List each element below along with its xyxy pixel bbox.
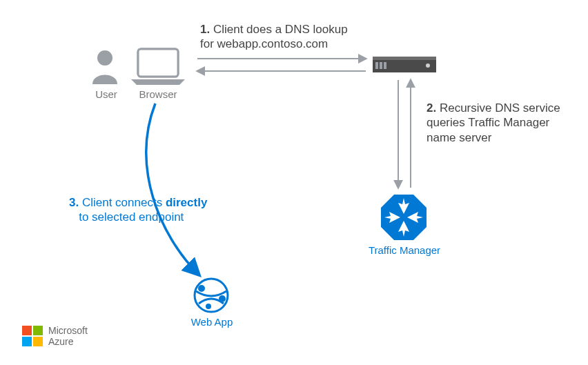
- step2-line1: Recursive DNS service: [440, 101, 560, 115]
- step2-num: 2.: [427, 101, 436, 115]
- diagram-arrows: [0, 0, 588, 365]
- arrow-step3: [146, 103, 199, 275]
- step3-prefix: Client connects: [82, 196, 166, 209]
- microsoft-azure-logo: Microsoft Azure: [22, 325, 88, 347]
- logo-line1: Microsoft: [48, 325, 88, 336]
- step1-text: 1. Client does a DNS lookup for webapp.c…: [200, 22, 348, 52]
- step3-line2: to selected endpoint: [79, 210, 184, 224]
- logo-line2: Azure: [48, 336, 88, 347]
- step3-text: 3. Client connects directly to selected …: [69, 195, 207, 225]
- step2-line3: name server: [427, 131, 491, 144]
- microsoft-logo-icon: [22, 326, 43, 346]
- step2-text: 2. Recursive DNS service queries Traffic…: [427, 101, 560, 145]
- step1-num: 1.: [200, 23, 210, 36]
- step2-line2: queries Traffic Manager: [427, 116, 549, 129]
- step3-bold: directly: [166, 196, 207, 209]
- step1-line1: Client does a DNS lookup: [213, 23, 348, 36]
- microsoft-azure-text: Microsoft Azure: [48, 325, 88, 347]
- step1-line2: for webapp.contoso.com: [200, 37, 328, 50]
- step3-num: 3.: [69, 196, 79, 209]
